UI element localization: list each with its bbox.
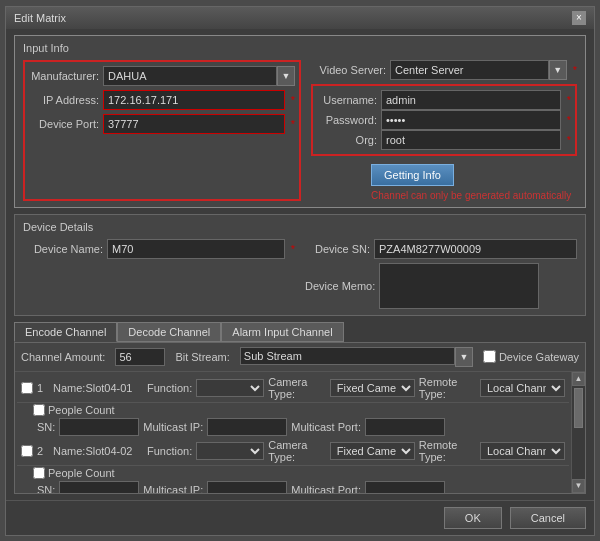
device-details-fields: Device Name: * Device SN: Device Memo: bbox=[23, 239, 577, 309]
device-port-label: Device Port: bbox=[29, 118, 99, 130]
dialog-content: Input Info Manufacturer: DAHUA ▼ IP Addr… bbox=[6, 29, 594, 500]
channel-tabs: Encode Channel Decode Channel Alarm Inpu… bbox=[14, 322, 586, 342]
cancel-button[interactable]: Cancel bbox=[510, 507, 586, 529]
manufacturer-field: DAHUA ▼ bbox=[103, 66, 295, 86]
channel-1-people-count-checkbox[interactable] bbox=[33, 404, 45, 416]
pass-required-mark: * bbox=[567, 114, 571, 126]
video-server-dropdown[interactable]: ▼ bbox=[549, 60, 567, 80]
channel-1-remote-type-select[interactable]: Local Channel bbox=[480, 379, 565, 397]
right-input-col: Video Server: ▼ * Username: * bbox=[311, 60, 577, 201]
dname-required-mark: * bbox=[291, 243, 295, 255]
channel-header: Channel Amount: Bit Stream: ▼ Device Gat… bbox=[15, 343, 585, 372]
input-info-label: Input Info bbox=[23, 42, 577, 54]
scroll-thumb[interactable] bbox=[574, 388, 583, 428]
device-memo-input[interactable] bbox=[379, 263, 539, 309]
scroll-up-button[interactable]: ▲ bbox=[572, 372, 585, 386]
channel-1-name: Name:Slot04-01 bbox=[53, 382, 143, 394]
ip-required-mark: * bbox=[291, 94, 295, 106]
ip-address-input[interactable] bbox=[103, 90, 285, 110]
channel-1-camera-type-select[interactable]: Fixed Camera bbox=[330, 379, 415, 397]
channel-section: Encode Channel Decode Channel Alarm Inpu… bbox=[14, 322, 586, 494]
password-label: Password: bbox=[317, 114, 377, 126]
ip-address-row: IP Address: * bbox=[29, 90, 295, 110]
channel-2-sub-row: SN: Multicast IP: Multicast Port: bbox=[17, 480, 569, 493]
input-info-section: Input Info Manufacturer: DAHUA ▼ IP Addr… bbox=[14, 35, 586, 208]
credentials-box: Username: * Password: * Org: * bbox=[311, 84, 577, 156]
device-details-label: Device Details bbox=[23, 221, 577, 233]
bitstream-dropdown[interactable]: ▼ bbox=[455, 347, 473, 367]
device-right-col: Device SN: Device Memo: bbox=[305, 239, 577, 309]
video-server-input[interactable] bbox=[390, 60, 549, 80]
edit-matrix-dialog: Edit Matrix × Input Info Manufacturer: D… bbox=[5, 6, 595, 536]
channel-2-checkbox[interactable] bbox=[21, 445, 33, 457]
device-gateway-label: Device Gateway bbox=[483, 350, 579, 363]
channel-1-people-count-row: People Count bbox=[17, 403, 569, 417]
manufacturer-dropdown[interactable]: ▼ bbox=[277, 66, 295, 86]
channel-1-sn-input[interactable] bbox=[59, 418, 139, 436]
input-info-fields: Manufacturer: DAHUA ▼ IP Address: * Devi… bbox=[23, 60, 577, 201]
username-input[interactable] bbox=[381, 90, 561, 110]
channel-scrollbar: ▲ ▼ bbox=[571, 372, 585, 493]
channel-amount-input[interactable] bbox=[115, 348, 165, 366]
device-gateway-checkbox[interactable] bbox=[483, 350, 496, 363]
device-sn-label: Device SN: bbox=[305, 243, 370, 255]
dialog-title: Edit Matrix bbox=[14, 12, 66, 24]
manufacturer-label: Manufacturer: bbox=[29, 70, 99, 82]
device-details-section: Device Details Device Name: * Device SN: bbox=[14, 214, 586, 316]
device-name-row: Device Name: * bbox=[23, 239, 295, 259]
port-required-mark: * bbox=[291, 118, 295, 130]
channel-2-remote-type-select[interactable]: Local Channel bbox=[480, 442, 565, 460]
password-input[interactable] bbox=[381, 110, 561, 130]
password-row: Password: * bbox=[317, 110, 571, 130]
channel-1-people-count-label: People Count bbox=[48, 404, 115, 416]
channel-content: Channel Amount: Bit Stream: ▼ Device Gat… bbox=[14, 342, 586, 494]
channel-2-sn-input[interactable] bbox=[59, 481, 139, 493]
channel-1-function-select[interactable] bbox=[196, 379, 264, 397]
getting-info-area: Getting Info Channel can only be generat… bbox=[311, 160, 577, 201]
channel-2-name: Name:Slot04-02 bbox=[53, 445, 143, 457]
org-input[interactable] bbox=[381, 130, 561, 150]
manufacturer-input[interactable]: DAHUA bbox=[103, 66, 277, 86]
video-server-label: Video Server: bbox=[311, 64, 386, 76]
channel-1-sub-row: SN: Multicast IP: Multicast Port: bbox=[17, 417, 569, 437]
dialog-footer: OK Cancel bbox=[6, 500, 594, 535]
bitstream-label: Bit Stream: bbox=[175, 351, 229, 363]
alarm-channel-tab[interactable]: Alarm Input Channel bbox=[221, 322, 343, 342]
ok-button[interactable]: OK bbox=[444, 507, 502, 529]
channel-2-multicast-ip-input[interactable] bbox=[207, 481, 287, 493]
decode-channel-tab[interactable]: Decode Channel bbox=[117, 322, 221, 342]
user-required-mark: * bbox=[567, 94, 571, 106]
device-port-input[interactable] bbox=[103, 114, 285, 134]
channel-1-multicast-ip-input[interactable] bbox=[207, 418, 287, 436]
channel-2-camera-type-select[interactable]: Fixed Camera bbox=[330, 442, 415, 460]
scroll-down-button[interactable]: ▼ bbox=[572, 479, 585, 493]
channel-2-people-count-label: People Count bbox=[48, 467, 115, 479]
channel-2-function-select[interactable] bbox=[196, 442, 264, 460]
org-row: Org: * bbox=[317, 130, 571, 150]
video-server-row: Video Server: ▼ * bbox=[311, 60, 577, 80]
channel-2-people-count-checkbox[interactable] bbox=[33, 467, 45, 479]
auto-channel-msg: Channel can only be generated automatica… bbox=[371, 190, 571, 201]
channel-2-group: 2 Name:Slot04-02 Function: Camera Type: … bbox=[17, 437, 569, 493]
vs-required-mark: * bbox=[573, 64, 577, 76]
encode-channel-tab[interactable]: Encode Channel bbox=[14, 322, 117, 342]
bitstream-input[interactable] bbox=[240, 347, 455, 365]
channel-2-main-row: 2 Name:Slot04-02 Function: Camera Type: … bbox=[17, 437, 569, 466]
device-name-input[interactable] bbox=[107, 239, 285, 259]
getting-info-button[interactable]: Getting Info bbox=[371, 164, 454, 186]
manufacturer-row: Manufacturer: DAHUA ▼ bbox=[29, 66, 295, 86]
channel-1-multicast-port-input[interactable] bbox=[365, 418, 445, 436]
device-port-row: Device Port: * bbox=[29, 114, 295, 134]
channel-1-main-row: 1 Name:Slot04-01 Function: Camera Type: … bbox=[17, 374, 569, 403]
device-left-col: Device Name: * bbox=[23, 239, 295, 309]
scroll-track bbox=[572, 386, 585, 479]
device-memo-row: Device Memo: bbox=[305, 263, 577, 309]
video-server-field: ▼ bbox=[390, 60, 567, 80]
device-memo-label: Device Memo: bbox=[305, 280, 375, 292]
device-sn-input[interactable] bbox=[374, 239, 577, 259]
close-button[interactable]: × bbox=[572, 11, 586, 25]
username-row: Username: * bbox=[317, 90, 571, 110]
channel-2-multicast-port-input[interactable] bbox=[365, 481, 445, 493]
bitstream-field: ▼ bbox=[240, 347, 473, 367]
channel-1-checkbox[interactable] bbox=[21, 382, 33, 394]
